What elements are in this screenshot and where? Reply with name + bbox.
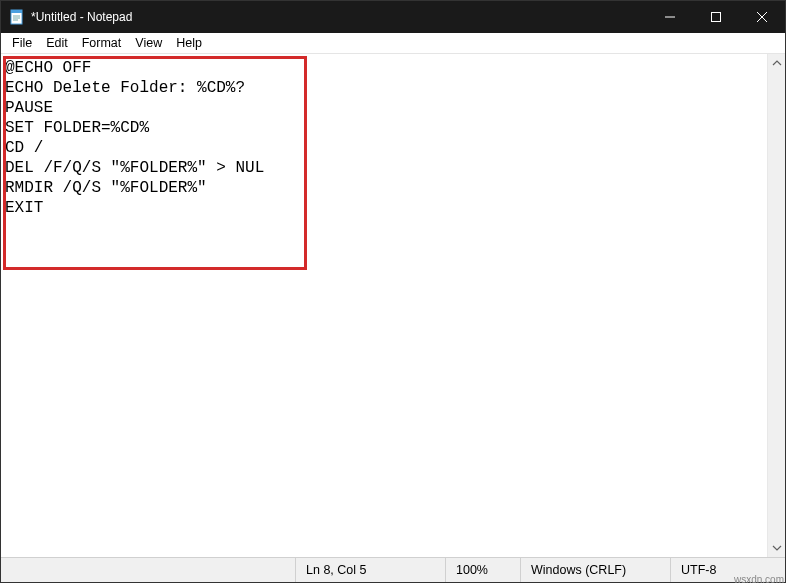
menu-edit[interactable]: Edit bbox=[39, 34, 75, 52]
status-line-ending: Windows (CRLF) bbox=[520, 558, 670, 582]
svg-rect-6 bbox=[712, 13, 721, 22]
scroll-up-icon[interactable] bbox=[772, 54, 782, 72]
notepad-window: *Untitled - Notepad File Edit Format Vie… bbox=[0, 0, 786, 583]
status-encoding: UTF-8 bbox=[670, 558, 785, 582]
menu-format[interactable]: Format bbox=[75, 34, 129, 52]
window-controls bbox=[647, 1, 785, 33]
maximize-button[interactable] bbox=[693, 1, 739, 33]
notepad-app-icon bbox=[9, 9, 25, 25]
scroll-down-icon[interactable] bbox=[772, 539, 782, 557]
window-title: *Untitled - Notepad bbox=[31, 10, 647, 24]
close-button[interactable] bbox=[739, 1, 785, 33]
vertical-scrollbar[interactable] bbox=[767, 54, 785, 557]
content-area: @ECHO OFF ECHO Delete Folder: %CD%? PAUS… bbox=[1, 54, 785, 557]
statusbar: Ln 8, Col 5 100% Windows (CRLF) UTF-8 bbox=[1, 557, 785, 582]
status-zoom: 100% bbox=[445, 558, 520, 582]
menu-view[interactable]: View bbox=[128, 34, 169, 52]
menubar: File Edit Format View Help bbox=[1, 33, 785, 54]
status-cursor-position: Ln 8, Col 5 bbox=[295, 558, 445, 582]
svg-rect-1 bbox=[11, 10, 22, 13]
titlebar[interactable]: *Untitled - Notepad bbox=[1, 1, 785, 33]
menu-help[interactable]: Help bbox=[169, 34, 209, 52]
status-spacer bbox=[1, 558, 295, 582]
minimize-button[interactable] bbox=[647, 1, 693, 33]
menu-file[interactable]: File bbox=[5, 34, 39, 52]
text-editor[interactable]: @ECHO OFF ECHO Delete Folder: %CD%? PAUS… bbox=[1, 54, 767, 557]
